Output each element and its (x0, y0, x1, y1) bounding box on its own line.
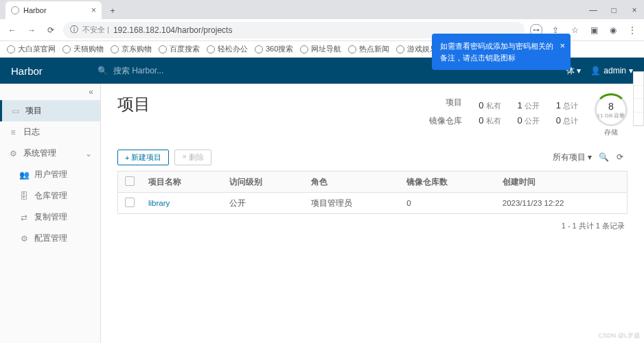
logs-icon: ≡ (8, 128, 18, 137)
cell-access: 公开 (222, 193, 303, 214)
forward-button[interactable]: → (25, 23, 38, 37)
browser-tab[interactable]: Harbor × (5, 1, 102, 19)
cell-role: 项目管理员 (304, 193, 400, 214)
right-sidebar-handle[interactable] (633, 71, 644, 126)
sidebar-item-admin[interactable]: ⚙系统管理⌄ (0, 143, 100, 164)
storage-unit: 11 GB 容量 (597, 112, 625, 119)
search-input[interactable] (113, 66, 358, 75)
app-search[interactable]: 🔍 (97, 66, 358, 75)
refresh-icon[interactable]: ⟳ (617, 152, 628, 163)
content-area: 项目 项目 镜像仓库 0私有 0私有 1公开 0公开 (101, 84, 644, 343)
extension-icon[interactable]: ▣ (588, 24, 600, 36)
cell-created: 2023/11/23 12:22 (496, 193, 628, 214)
user-name: admin (603, 66, 626, 75)
col-repos[interactable]: 镜像仓库数 (400, 172, 495, 193)
users-icon: 👥 (19, 170, 29, 180)
bookmark-item[interactable]: 360搜索 (255, 44, 293, 54)
user-menu[interactable]: 👤 admin ▾ (590, 66, 633, 75)
project-link[interactable]: library (148, 199, 170, 207)
browser-tab-bar: Harbor × + — □ × (0, 0, 644, 19)
stat-label-projects: 项目 (446, 97, 462, 108)
bookmark-icon (62, 45, 71, 54)
bookmark-item[interactable]: 热点新闻 (348, 44, 389, 54)
bookmark-icon (255, 45, 263, 54)
col-access[interactable]: 访问级别 (222, 172, 303, 193)
filter-dropdown[interactable]: 所有项目 ▾ (553, 152, 592, 163)
bookmark-icon (348, 45, 356, 54)
search-icon: 🔍 (97, 66, 108, 75)
cell-repos: 0 (400, 193, 495, 214)
page-title: 项目 (117, 93, 150, 115)
back-button[interactable]: ← (5, 23, 19, 37)
bookmark-item[interactable]: 大白菜官网 (7, 44, 56, 54)
security-label: 不安全 | (82, 25, 109, 35)
col-name[interactable]: 项目名称 (141, 172, 222, 193)
config-icon: ⚙ (19, 234, 29, 244)
password-tooltip: 如需查看密码或添加与密码相关的备注，请点击钥匙图标 × (432, 34, 571, 70)
stats-panel: 项目 镜像仓库 0私有 0私有 1公开 0公开 1总计 0总计 (429, 93, 628, 137)
sidebar-item-users[interactable]: 👥用户管理 (0, 164, 100, 185)
new-project-button[interactable]: + 新建项目 (117, 150, 169, 165)
toolbar: + 新建项目 × 删除 所有项目 ▾ 🔍 ⟳ (117, 150, 628, 165)
sidebar-item-projects[interactable]: ▭项目 (0, 100, 100, 121)
close-icon[interactable]: × (91, 5, 96, 15)
tab-title: Harbor (23, 6, 47, 14)
bookmark-icon (159, 45, 167, 54)
replication-icon: ⇄ (19, 213, 29, 222)
projects-icon: ▭ (10, 106, 20, 116)
sidebar-item-logs[interactable]: ≡日志 (0, 121, 100, 143)
reload-button[interactable]: ⟳ (44, 23, 58, 37)
admin-icon: ⚙ (8, 149, 18, 158)
col-created[interactable]: 创建时间 (496, 172, 628, 193)
pagination: 1 - 1 共计 1 条记录 (117, 214, 628, 238)
bookmark-icon (207, 45, 215, 54)
bookmark-item[interactable]: 百度搜索 (159, 44, 200, 54)
chevron-down-icon: ⌄ (85, 149, 92, 158)
profile-icon[interactable]: ◉ (607, 24, 619, 36)
bookmark-icon (7, 45, 15, 54)
sidebar-item-replication[interactable]: ⇄复制管理 (0, 206, 100, 228)
star-icon[interactable]: ☆ (568, 24, 581, 36)
bookmark-item[interactable]: 京东购物 (111, 44, 152, 54)
minimize-button[interactable]: — (584, 1, 603, 19)
storage-gauge: 8 11 GB 容量 (595, 93, 628, 126)
bookmark-icon (300, 45, 308, 54)
storage-label: 存储 (595, 128, 628, 137)
registry-icon: 🗄 (19, 191, 29, 201)
row-checkbox[interactable] (125, 198, 135, 207)
delete-button: × 删除 (174, 150, 211, 165)
info-icon: ⓘ (70, 24, 78, 36)
col-role[interactable]: 角色 (304, 172, 400, 193)
sidebar-item-config[interactable]: ⚙配置管理 (0, 228, 100, 249)
tooltip-text: 如需查看密码或添加与密码相关的备注，请点击钥匙图标 (440, 42, 553, 62)
table-row[interactable]: library 公开 项目管理员 0 2023/11/23 12:22 (118, 193, 628, 214)
close-icon[interactable]: × (560, 39, 565, 53)
favicon (11, 6, 19, 14)
collapse-sidebar-button[interactable]: « (0, 84, 100, 100)
bookmark-item[interactable]: 天猫购物 (62, 44, 104, 54)
maximize-button[interactable]: □ (604, 1, 623, 19)
menu-icon[interactable]: ⋮ (626, 24, 639, 36)
new-tab-button[interactable]: + (104, 3, 121, 19)
user-icon: 👤 (590, 66, 601, 75)
bookmark-item[interactable]: 网址导航 (300, 44, 341, 54)
storage-value: 8 (608, 101, 614, 112)
search-icon[interactable]: 🔍 (599, 152, 610, 163)
stat-label-repos: 镜像仓库 (429, 115, 462, 127)
url-text: 192.168.182.104/harbor/projects (113, 25, 232, 35)
sidebar-item-registries[interactable]: 🗄仓库管理 (0, 185, 100, 206)
bookmark-icon (111, 45, 119, 54)
watermark: CSDN @L罗盛 (599, 331, 640, 340)
close-window-button[interactable]: × (625, 1, 644, 19)
sidebar: « ▭项目 ≡日志 ⚙系统管理⌄ 👥用户管理 🗄仓库管理 ⇄复制管理 ⚙配置管理 (0, 84, 101, 343)
select-all-checkbox[interactable] (125, 176, 135, 186)
bookmark-icon (396, 45, 404, 54)
projects-table: 项目名称 访问级别 角色 镜像仓库数 创建时间 library 公开 项目管理员… (117, 171, 628, 214)
app-logo: Harbor (11, 65, 43, 77)
bookmark-item[interactable]: 轻松办公 (207, 44, 248, 54)
